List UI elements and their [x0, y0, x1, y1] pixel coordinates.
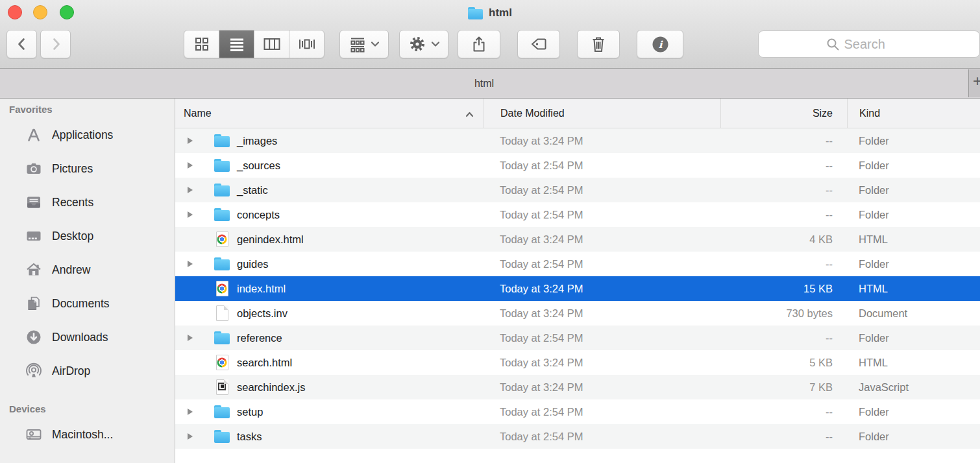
arrange-button[interactable] — [339, 30, 389, 58]
disclosure-triangle-icon[interactable] — [188, 260, 194, 268]
close-button[interactable] — [8, 5, 22, 19]
name-cell: genindex.html — [175, 232, 484, 247]
file-name: tasks — [237, 431, 262, 443]
desktop-icon — [25, 228, 43, 244]
disclosure-triangle-icon[interactable] — [188, 211, 194, 219]
column-view-button[interactable] — [254, 30, 289, 58]
column-header-label: Name — [184, 108, 212, 119]
sidebar-item-label: Recents — [52, 196, 93, 209]
date-modified-cell: Today at 3:24 PM — [484, 283, 720, 295]
column-header-size[interactable]: Size — [720, 99, 847, 128]
search-icon — [826, 38, 840, 51]
delete-button[interactable] — [577, 30, 620, 58]
table-row[interactable]: guidesToday at 2:54 PM--Folder — [175, 252, 980, 276]
disclosure-triangle-icon[interactable] — [188, 433, 194, 440]
search-input[interactable] — [844, 37, 913, 52]
file-list-pane: NameDate ModifiedSizeKind _imagesToday a… — [175, 99, 980, 463]
html-file-icon — [214, 355, 230, 370]
disclosure-triangle-icon[interactable] — [188, 334, 194, 342]
sidebar-item-recents[interactable]: Recents — [0, 185, 175, 219]
back-button[interactable] — [6, 30, 37, 58]
table-row[interactable]: objects.invToday at 3:24 PM730 bytesDocu… — [175, 301, 980, 326]
file-name: search.html — [237, 357, 292, 369]
table-row[interactable]: conceptsToday at 2:54 PM--Folder — [175, 202, 980, 227]
disclosure-triangle-icon[interactable] — [188, 137, 194, 145]
table-row[interactable]: _imagesToday at 3:24 PM--Folder — [175, 128, 980, 153]
table-row[interactable]: tasksToday at 2:54 PM--Folder — [175, 424, 980, 449]
date-modified-cell: Today at 3:24 PM — [484, 381, 720, 394]
tab-html[interactable]: html — [0, 69, 968, 97]
applications-icon — [25, 126, 43, 143]
table-row[interactable]: _sourcesToday at 2:54 PM--Folder — [175, 153, 980, 178]
sidebar-item-pictures[interactable]: Pictures — [0, 152, 175, 185]
folder-icon — [214, 133, 230, 148]
table-row[interactable]: genindex.htmlToday at 3:24 PM4 KBHTML — [175, 227, 980, 252]
table-row[interactable]: _staticToday at 2:54 PM--Folder — [175, 178, 980, 202]
kind-cell: Folder — [847, 332, 980, 344]
column-header-kind[interactable]: Kind — [847, 99, 980, 128]
sidebar-item-documents[interactable]: Documents — [0, 287, 175, 320]
sidebar-item-downloads[interactable]: Downloads — [0, 320, 175, 354]
minimize-button[interactable] — [33, 5, 47, 19]
date-modified-cell: Today at 3:24 PM — [484, 307, 720, 320]
file-name: objects.inv — [237, 307, 288, 320]
kind-cell: Folder — [847, 406, 980, 418]
disclosure-triangle-icon[interactable] — [188, 161, 194, 169]
table-row[interactable]: searchindex.jsToday at 3:24 PM7 KBJavaSc… — [175, 375, 980, 399]
action-menu-button[interactable] — [399, 30, 448, 58]
sidebar-item-airdrop[interactable]: AirDrop — [0, 354, 175, 388]
forward-button[interactable] — [40, 30, 71, 58]
view-switcher — [184, 30, 325, 58]
list-view-icon — [228, 36, 245, 53]
table-row[interactable]: setupToday at 2:54 PM--Folder — [175, 399, 980, 424]
sidebar-item-andrew[interactable]: Andrew — [0, 253, 175, 287]
name-cell: objects.inv — [175, 305, 484, 321]
date-modified-cell: Today at 2:54 PM — [484, 431, 720, 443]
group-icon — [349, 36, 366, 53]
info-icon: i — [652, 36, 669, 53]
search-field[interactable] — [758, 30, 980, 58]
size-cell: -- — [720, 332, 847, 344]
tag-icon — [530, 36, 548, 53]
column-view-icon — [263, 36, 281, 53]
kind-cell: HTML — [847, 233, 980, 246]
file-name: genindex.html — [237, 233, 304, 246]
documents-icon — [25, 295, 43, 312]
name-cell: guides — [175, 256, 484, 272]
sidebar-item-applications[interactable]: Applications — [0, 118, 175, 152]
table-row[interactable]: search.htmlToday at 3:24 PM5 KBHTML — [175, 350, 980, 375]
date-modified-cell: Today at 2:54 PM — [484, 332, 720, 344]
folder-icon — [214, 207, 230, 222]
name-cell: _images — [175, 133, 484, 148]
table-row[interactable]: referenceToday at 2:54 PM--Folder — [175, 326, 980, 350]
downloads-icon — [25, 329, 43, 346]
disclosure-triangle-icon[interactable] — [188, 186, 194, 194]
disclosure-triangle-icon[interactable] — [188, 408, 194, 416]
kind-cell: Folder — [847, 135, 980, 147]
kind-cell: HTML — [847, 283, 980, 295]
list-view-button[interactable] — [219, 30, 254, 58]
chevron-right-icon — [47, 35, 64, 53]
column-header-date-modified[interactable]: Date Modified — [484, 99, 720, 128]
sidebar-item-desktop[interactable]: Desktop — [0, 219, 175, 253]
coverflow-view-button[interactable] — [289, 30, 324, 58]
size-cell: 15 KB — [720, 283, 847, 295]
new-tab-button[interactable]: + — [968, 69, 980, 97]
size-cell: -- — [720, 258, 847, 270]
table-row[interactable]: index.htmlToday at 3:24 PM15 KBHTML — [175, 276, 980, 301]
file-name: _sources — [237, 160, 280, 172]
icon-view-button[interactable] — [184, 30, 219, 58]
twisty-spacer — [188, 285, 194, 292]
name-cell: _sources — [175, 158, 484, 173]
titlebar: html — [0, 0, 980, 26]
info-button[interactable]: i — [637, 30, 683, 58]
folder-icon — [214, 256, 230, 272]
sidebar-item-label: Andrew — [52, 263, 90, 277]
column-header-name[interactable]: Name — [175, 99, 484, 128]
sidebar-item-macintosh[interactable]: Macintosh... — [0, 418, 175, 451]
date-modified-cell: Today at 2:54 PM — [484, 209, 720, 221]
zoom-button[interactable] — [60, 5, 74, 19]
share-button[interactable] — [458, 30, 500, 58]
size-cell: 7 KB — [720, 381, 847, 394]
tag-button[interactable] — [517, 30, 560, 58]
